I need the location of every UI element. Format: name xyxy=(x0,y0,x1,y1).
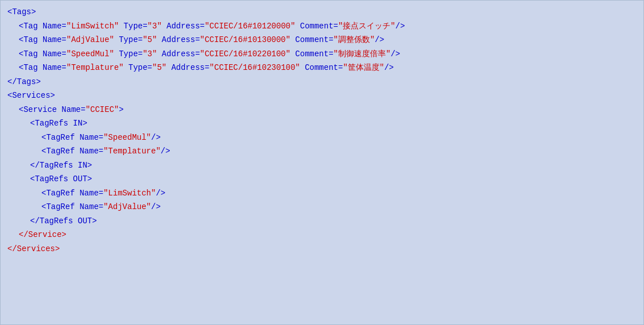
xml-line-7: <Services> xyxy=(7,89,637,103)
xml-line-11: <TagRef Name="Templature"/> xyxy=(7,144,637,159)
xml-line-1: <Tags> xyxy=(7,5,637,19)
tag-adjvalue: <Tag Name="AdjValue" Type="5" Address="C… xyxy=(19,35,384,44)
tag-limswitch: <Tag Name="LimSwitch" Type="3" Address="… xyxy=(19,22,405,31)
xml-viewer: <Tags> <Tag Name="LimSwitch" Type="3" Ad… xyxy=(0,0,644,325)
xml-line-2: <Tag Name="LimSwitch" Type="3" Address="… xyxy=(7,19,637,34)
xml-line-5: <Tag Name="Templature" Type="5" Address=… xyxy=(7,61,637,75)
xml-line-13: <TagRefs OUT> xyxy=(7,172,637,186)
xml-line-3: <Tag Name="AdjValue" Type="5" Address="C… xyxy=(7,33,637,47)
service-close: </Service> xyxy=(19,230,66,239)
tagrefs-in-open: <TagRefs IN> xyxy=(30,119,87,128)
tagref-limswitch: <TagRef Name="LimSwitch"/> xyxy=(41,189,165,198)
services-open: <Services> xyxy=(7,91,55,100)
xml-line-10: <TagRef Name="SpeedMul"/> xyxy=(7,131,637,145)
tagrefs-in-close: </TagRefs IN> xyxy=(30,161,92,170)
services-close: </Services> xyxy=(7,244,60,253)
tags-open: <Tags> xyxy=(7,7,36,16)
xml-line-12: </TagRefs IN> xyxy=(7,159,637,173)
tagref-templature: <TagRef Name="Templature"/> xyxy=(41,147,170,156)
tagrefs-out-open: <TagRefs OUT> xyxy=(30,174,92,184)
service-open: <Service Name="CCIEC"> xyxy=(19,105,124,114)
xml-line-6: </Tags> xyxy=(7,75,637,89)
xml-line-15: <TagRef Name="AdjValue"/> xyxy=(7,200,637,214)
tagref-speedmul: <TagRef Name="SpeedMul"/> xyxy=(41,133,161,142)
xml-line-16: </TagRefs OUT> xyxy=(7,214,637,228)
xml-line-14: <TagRef Name="LimSwitch"/> xyxy=(7,186,637,201)
tagref-adjvalue: <TagRef Name="AdjValue"/> xyxy=(41,202,161,211)
tag-templature: <Tag Name="Templature" Type="5" Address=… xyxy=(19,63,394,72)
tag-speedmul: <Tag Name="SpeedMul" Type="3" Address="C… xyxy=(19,49,400,59)
tags-close: </Tags> xyxy=(7,77,41,86)
tagrefs-out-close: </TagRefs OUT> xyxy=(30,216,97,226)
xml-line-8: <Service Name="CCIEC"> xyxy=(7,103,637,117)
xml-line-9: <TagRefs IN> xyxy=(7,116,637,131)
xml-line-18: </Services> xyxy=(7,242,637,256)
xml-line-4: <Tag Name="SpeedMul" Type="3" Address="C… xyxy=(7,47,637,61)
xml-line-17: </Service> xyxy=(7,228,637,242)
